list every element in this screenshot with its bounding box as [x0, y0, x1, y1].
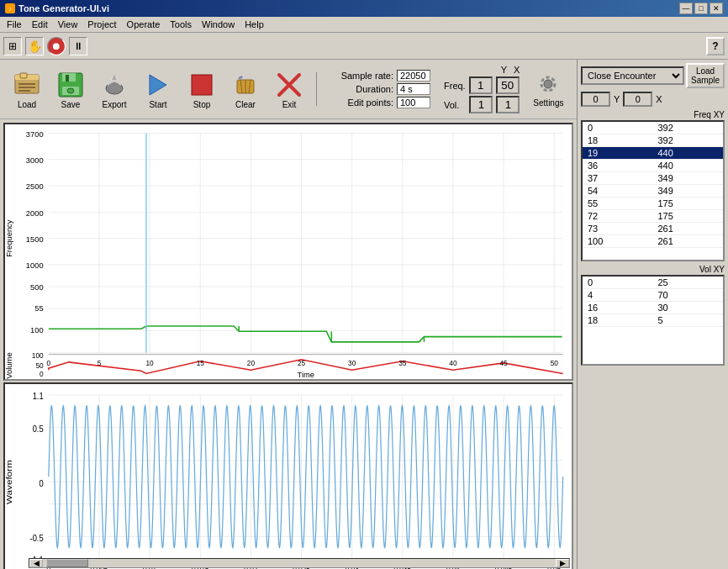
- table-row[interactable]: 0392: [583, 122, 723, 134]
- menu-view[interactable]: View: [53, 18, 83, 31]
- help-button[interactable]: ?: [706, 37, 725, 55]
- svg-text:0: 0: [39, 477, 43, 487]
- freq-vol-chart: 3700 3000 2500 2000 1500 1000 500 55 100: [3, 123, 573, 381]
- table-row[interactable]: 54349: [583, 185, 723, 198]
- svg-text:25: 25: [298, 359, 306, 367]
- menu-project[interactable]: Project: [82, 18, 121, 31]
- svg-text:Waveform: Waveform: [5, 460, 13, 504]
- svg-rect-2: [20, 73, 27, 78]
- settings-label: Settings: [533, 98, 563, 108]
- maximize-button[interactable]: □: [694, 3, 708, 14]
- settings-button[interactable]: Settings: [530, 68, 567, 111]
- table-row[interactable]: 025: [583, 277, 723, 289]
- table-row[interactable]: 37349: [583, 172, 723, 185]
- table-row[interactable]: 18392: [583, 134, 723, 147]
- load-icon: [12, 70, 42, 100]
- table-row[interactable]: 72175: [583, 210, 723, 223]
- settings-icon: [535, 71, 561, 98]
- load-sample-button[interactable]: LoadSample: [686, 63, 725, 88]
- table-row[interactable]: 73261: [583, 223, 723, 235]
- svg-text:0.5: 0.5: [33, 423, 44, 434]
- menu-bar: File Edit View Project Operate Tools Win…: [0, 17, 728, 33]
- preset-select[interactable]: Close Encounter Scale Up Scale Down Cust…: [581, 66, 684, 85]
- menu-file[interactable]: File: [2, 18, 27, 31]
- vol-y-input[interactable]: [469, 96, 493, 113]
- svg-rect-8: [66, 75, 69, 82]
- sample-rate-value: 22050: [397, 70, 430, 82]
- table-row[interactable]: 185: [583, 314, 723, 327]
- freq-xy-label: Freq XY: [694, 110, 725, 119]
- tool-hand[interactable]: ✋: [25, 37, 44, 55]
- menu-help[interactable]: Help: [240, 18, 269, 31]
- svg-text:5: 5: [98, 359, 102, 367]
- menu-tools[interactable]: Tools: [165, 18, 197, 31]
- table-row[interactable]: 19440: [583, 147, 723, 160]
- start-icon: [143, 70, 173, 100]
- tool-run[interactable]: ⏺: [47, 37, 66, 55]
- svg-text:20: 20: [247, 359, 256, 367]
- edit-points-value: 100: [397, 97, 430, 108]
- edit-points-label: Edit points:: [330, 97, 393, 108]
- svg-text:100: 100: [30, 326, 44, 335]
- svg-text:40: 40: [449, 359, 457, 367]
- save-button[interactable]: Save: [50, 68, 91, 111]
- freq-x-input[interactable]: [496, 76, 520, 94]
- freq-xy-table[interactable]: 0392183921944036440373495434955175721757…: [581, 120, 725, 261]
- export-icon: [99, 70, 129, 100]
- start-button[interactable]: Start: [138, 68, 178, 111]
- svg-text:Volume: Volume: [5, 352, 13, 378]
- svg-rect-24: [5, 124, 572, 379]
- stop-icon: [187, 70, 217, 100]
- waveform-chart: 1.1 0.5 0 -0.5 -1.1 0 0.005 0.01 0.015 0…: [3, 382, 573, 569]
- svg-rect-14: [192, 75, 212, 95]
- vol-xy-table[interactable]: 0254701630185: [581, 275, 725, 366]
- scroll-thumb[interactable]: [46, 559, 88, 567]
- close-button[interactable]: ✕: [710, 3, 723, 14]
- clear-icon: [230, 70, 261, 100]
- preset-area: Close Encounter Scale Up Scale Down Cust…: [581, 63, 725, 88]
- duration-label: Duration:: [330, 84, 393, 94]
- menu-window[interactable]: Window: [197, 18, 240, 31]
- menu-edit[interactable]: Edit: [27, 18, 53, 31]
- scroll-right-button[interactable]: ▶: [556, 559, 569, 567]
- vol-x-input[interactable]: [496, 96, 520, 113]
- info-panel: Sample rate: 22050 Duration: 4 s Edit po…: [324, 66, 437, 112]
- table-row[interactable]: 100261: [583, 235, 723, 248]
- coord-y-input[interactable]: [581, 92, 610, 107]
- exit-icon: [274, 70, 304, 100]
- svg-point-10: [67, 88, 74, 93]
- svg-rect-4: [18, 87, 35, 88]
- exit-label: Exit: [282, 100, 297, 109]
- minimize-button[interactable]: —: [679, 3, 693, 14]
- export-button[interactable]: Export: [94, 68, 135, 111]
- stop-button[interactable]: Stop: [182, 68, 222, 111]
- svg-text:30: 30: [348, 359, 356, 367]
- main-content: Load Save: [0, 60, 728, 569]
- table-row[interactable]: 470: [583, 289, 723, 302]
- svg-text:1000: 1000: [26, 261, 44, 270]
- clear-button[interactable]: Clear: [225, 68, 266, 111]
- freq-vol-panel: Y X Freq. Vol.: [440, 63, 523, 115]
- svg-text:15: 15: [197, 359, 205, 367]
- vol-xy-label: Vol XY: [699, 265, 725, 274]
- svg-text:50: 50: [551, 359, 559, 367]
- tool-arrow[interactable]: ⊞: [3, 37, 22, 55]
- freq-y-input[interactable]: [469, 76, 493, 94]
- freq-label: Freq.: [444, 81, 466, 91]
- waveform-scrollbar[interactable]: ◀ ▶: [29, 558, 570, 568]
- svg-point-22: [544, 80, 552, 88]
- table-row[interactable]: 36440: [583, 160, 723, 172]
- vol-xy-section: Vol XY 0254701630185: [581, 265, 725, 366]
- start-label: Start: [149, 100, 166, 109]
- load-button[interactable]: Load: [7, 68, 47, 111]
- window-title: Tone Generator-UI.vi: [18, 3, 109, 13]
- scroll-left-button[interactable]: ◀: [29, 559, 43, 567]
- menu-operate[interactable]: Operate: [122, 18, 166, 31]
- tool-pause[interactable]: ⏸: [69, 37, 87, 55]
- table-row[interactable]: 55175: [583, 198, 723, 210]
- table-row[interactable]: 1630: [583, 302, 723, 314]
- exit-button[interactable]: Exit: [269, 68, 309, 111]
- coord-x-label: X: [656, 94, 662, 104]
- svg-text:3700: 3700: [26, 130, 44, 139]
- coord-x-input[interactable]: [623, 92, 652, 107]
